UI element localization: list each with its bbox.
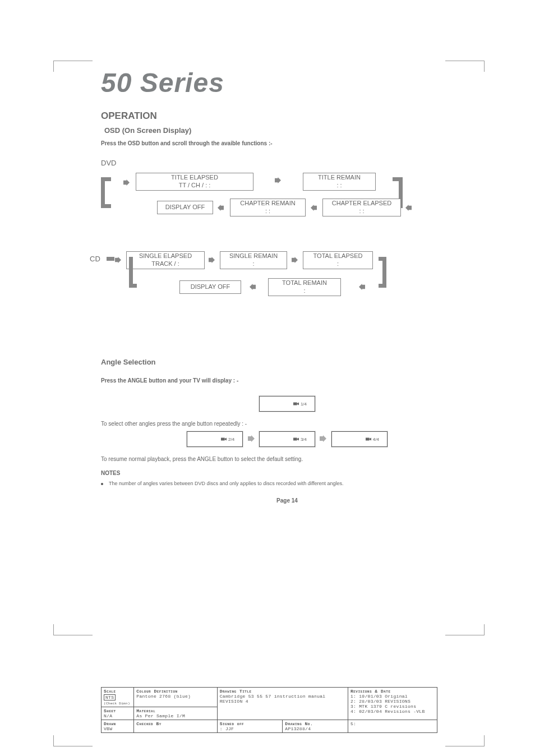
camera-icon bbox=[221, 436, 227, 442]
box-single-elapsed: SINGLE ELAPSED TRACK / : bbox=[126, 251, 205, 269]
page-number: Page 14 bbox=[101, 497, 473, 504]
box-chapter-remain: CHAPTER REMAIN : : bbox=[230, 199, 306, 216]
angle-heading: Angle Selection bbox=[101, 358, 473, 366]
arrow-right-icon bbox=[320, 434, 326, 444]
camera-icon bbox=[293, 436, 299, 442]
display-off-dvd: DISPLAY OFF bbox=[160, 204, 210, 211]
title-elapsed-l1: TITLE ELAPSED bbox=[139, 174, 251, 182]
total-remain-l1: TOTAL REMAIN bbox=[271, 279, 338, 287]
single-elapsed-l1: SINGLE ELAPSED bbox=[129, 252, 202, 260]
angle-value-1: 1/4 bbox=[301, 402, 307, 407]
title-remain-l1: TITLE REMAIN bbox=[306, 174, 373, 182]
angle-box-1: 1/4 bbox=[259, 396, 315, 412]
title-remain-l2: : : bbox=[306, 182, 373, 190]
chapter-remain-l2: : : bbox=[233, 208, 303, 215]
camera-icon bbox=[366, 436, 371, 442]
chapter-remain-l1: CHAPTER REMAIN bbox=[233, 200, 303, 208]
total-elapsed-l2: : bbox=[306, 260, 370, 268]
angle-box-3: 3/4 bbox=[259, 431, 315, 447]
note-1-text: The number of angles varies between DVD … bbox=[109, 481, 344, 486]
notes-heading: NOTES bbox=[101, 470, 473, 476]
angle-select-other-text: To select other angles press the angle b… bbox=[101, 421, 473, 427]
chapter-elapsed-l1: CHAPTER ELAPSED bbox=[325, 200, 398, 208]
bullet-icon bbox=[101, 483, 103, 485]
notes-bullet-1: The number of angles varies between DVD … bbox=[101, 481, 473, 486]
single-remain-l1: SINGLE REMAIN bbox=[223, 252, 284, 260]
box-display-off-dvd: DISPLAY OFF bbox=[157, 201, 213, 214]
angle-resume-text: To resume normal playback, press the ANG… bbox=[101, 456, 473, 462]
chapter-elapsed-l2: : : bbox=[325, 208, 398, 215]
box-chapter-elapsed: CHAPTER ELAPSED : : bbox=[322, 199, 401, 216]
box-single-remain: SINGLE REMAIN : bbox=[220, 251, 287, 269]
display-off-cd: DISPLAY OFF bbox=[182, 283, 238, 291]
angle-value-3: 3/4 bbox=[301, 437, 307, 442]
svg-rect-1 bbox=[221, 438, 225, 441]
total-remain-l2: : bbox=[271, 287, 338, 295]
box-total-remain: TOTAL REMAIN : bbox=[268, 278, 341, 296]
box-display-off-cd: DISPLAY OFF bbox=[179, 280, 241, 294]
angle-box-4: 4/4 bbox=[331, 431, 388, 447]
angle-instruction: Press the ANGLE button and your TV will … bbox=[101, 377, 473, 384]
dvd-label: DVD bbox=[101, 159, 473, 167]
operation-heading: OPERATION bbox=[101, 110, 473, 122]
box-title-elapsed: TITLE ELAPSED TT / CH / : : bbox=[136, 173, 253, 191]
osd-instruction: Press the OSD button and scroll through … bbox=[101, 140, 473, 146]
svg-rect-3 bbox=[366, 438, 370, 441]
total-elapsed-l1: TOTAL ELAPSED bbox=[306, 252, 370, 260]
single-elapsed-l2: TRACK / : bbox=[129, 260, 202, 268]
angle-value-4: 4/4 bbox=[373, 437, 379, 442]
angle-value-2: 2/4 bbox=[228, 437, 234, 442]
arrow-right-icon bbox=[248, 434, 255, 444]
cd-flow-diagram: CD SINGLE ELAPSED TRACK / : SINGLE REMAI… bbox=[95, 251, 473, 324]
single-remain-l2: : bbox=[223, 260, 284, 268]
box-title-remain: TITLE REMAIN : : bbox=[303, 173, 376, 191]
box-total-elapsed: TOTAL ELAPSED : bbox=[303, 251, 373, 269]
camera-icon bbox=[293, 401, 299, 407]
cd-label: CD bbox=[90, 255, 100, 263]
angle-box-2: 2/4 bbox=[187, 431, 243, 447]
series-title: 50 Series bbox=[101, 67, 473, 98]
title-elapsed-l2: TT / CH / : : bbox=[139, 182, 251, 190]
svg-rect-0 bbox=[293, 403, 297, 405]
svg-rect-2 bbox=[293, 438, 297, 441]
dvd-flow-diagram: TITLE ELAPSED TT / CH / : : TITLE REMAIN… bbox=[95, 167, 473, 246]
osd-heading: OSD (On Screen Display) bbox=[104, 126, 473, 135]
